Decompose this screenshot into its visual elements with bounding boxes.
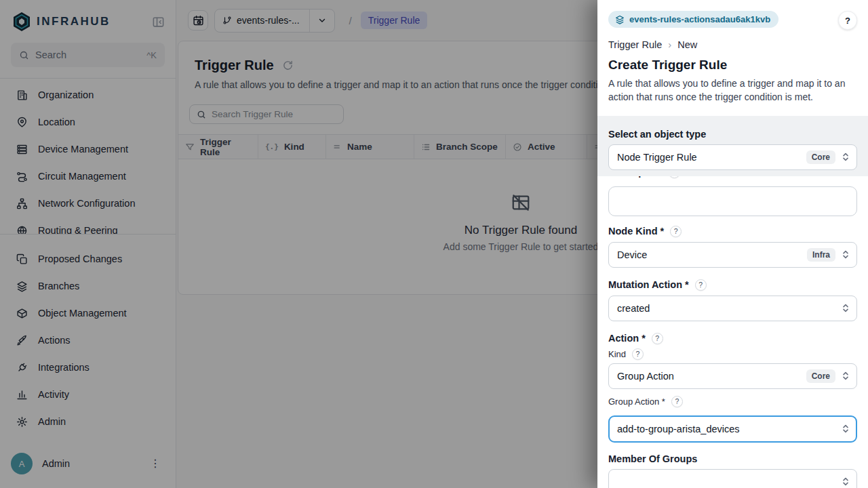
group-action-value: add-to-group-arista_devices bbox=[617, 424, 842, 434]
clipped-field-label: Description ? bbox=[608, 176, 857, 180]
mutation-action-value: created bbox=[617, 303, 842, 314]
member-of-groups-select[interactable] bbox=[608, 469, 857, 488]
group-action-label: Group Action * bbox=[608, 396, 665, 407]
breadcrumb-parent[interactable]: Trigger Rule bbox=[608, 39, 662, 50]
help-icon[interactable]: ? bbox=[632, 348, 644, 360]
node-kind-value: Device bbox=[617, 249, 807, 260]
help-icon[interactable]: ? bbox=[671, 396, 683, 407]
chevron-up-down-icon bbox=[842, 152, 850, 162]
chevron-up-down-icon bbox=[842, 476, 850, 487]
mutation-action-select[interactable]: created bbox=[608, 296, 857, 321]
action-kind-value: Group Action bbox=[617, 371, 806, 382]
help-icon[interactable]: ? bbox=[669, 176, 680, 178]
namespace-badge: Infra bbox=[807, 248, 835, 262]
action-kind-label: Kind bbox=[608, 349, 626, 359]
chevron-up-down-icon bbox=[842, 371, 850, 381]
chevron-up-down-icon bbox=[842, 249, 850, 260]
node-kind-label: Node Kind * bbox=[608, 226, 664, 237]
drawer-description: A rule that allows you to define a trigg… bbox=[608, 77, 850, 104]
chevron-right-icon: › bbox=[668, 39, 671, 50]
namespace-badge: Core bbox=[806, 369, 835, 383]
drawer-header: events-rules-actionsadau6ak1kvb ? Trigge… bbox=[597, 0, 868, 116]
create-trigger-rule-drawer: events-rules-actionsadau6ak1kvb ? Trigge… bbox=[597, 0, 868, 488]
drawer-breadcrumb: Trigger Rule › New bbox=[608, 39, 857, 50]
group-action-select[interactable]: add-to-group-arista_devices bbox=[608, 415, 857, 443]
object-type-section: Select an object type Node Trigger Rule … bbox=[597, 116, 868, 176]
drawer-title: Create Trigger Rule bbox=[608, 58, 857, 73]
help-icon[interactable]: ? bbox=[695, 279, 707, 291]
object-type-label: Select an object type bbox=[608, 129, 857, 140]
drawer-branch-name: events-rules-actionsadau6ak1kvb bbox=[629, 14, 770, 24]
help-icon[interactable]: ? bbox=[670, 226, 682, 237]
help-button[interactable]: ? bbox=[838, 11, 857, 30]
namespace-badge: Core bbox=[806, 150, 835, 164]
member-of-groups-label: Member Of Groups bbox=[608, 453, 697, 464]
action-kind-select[interactable]: Group Action Core bbox=[608, 363, 857, 389]
layers-icon bbox=[615, 15, 625, 24]
description-textarea[interactable] bbox=[608, 186, 857, 216]
help-icon[interactable]: ? bbox=[652, 333, 663, 344]
object-type-select[interactable]: Node Trigger Rule Core bbox=[608, 144, 857, 170]
action-label: Action * bbox=[608, 333, 646, 344]
object-type-value: Node Trigger Rule bbox=[617, 152, 806, 163]
chevron-up-down-icon bbox=[842, 303, 850, 313]
chevron-up-down-icon bbox=[842, 424, 850, 434]
breadcrumb-current: New bbox=[677, 39, 697, 50]
drawer-branch-badge[interactable]: events-rules-actionsadau6ak1kvb bbox=[608, 11, 778, 28]
app-root: INFRAHUB Search ^K Organization Location… bbox=[0, 0, 868, 488]
description-label: Description bbox=[608, 176, 663, 178]
drawer-form: Description ? Node Kind * ? Device Infra… bbox=[597, 176, 868, 488]
node-kind-select[interactable]: Device Infra bbox=[608, 242, 857, 268]
mutation-action-label: Mutation Action * bbox=[608, 279, 689, 290]
